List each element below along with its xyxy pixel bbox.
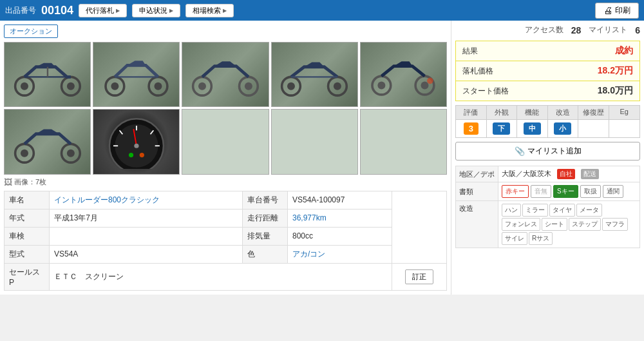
image-empty-2 — [271, 109, 358, 174]
bike-image-1[interactable] — [4, 42, 91, 107]
printer-icon: 🖨 — [603, 5, 612, 15]
location-text: 大阪／大阪茨木 — [502, 170, 551, 177]
grade-header-shufuku: 修復歴 — [578, 106, 609, 119]
print-btn[interactable]: 🖨 印刷 — [595, 3, 639, 19]
image-grid-row1 — [4, 42, 447, 107]
correction-btn[interactable]: 訂正 — [405, 269, 433, 284]
image-empty-1 — [182, 109, 269, 174]
katashiki-row: 型式 VS54A 色 アカ/コン — [5, 245, 447, 263]
grade-chuu-badge: 中 — [524, 122, 541, 135]
tag-tsukan: 通関 — [603, 185, 623, 198]
svg-point-2 — [21, 83, 28, 90]
jisha-badge: 自社 — [557, 169, 575, 179]
shorui-tags: 赤キー 音無 Sキー 取扱 通関 — [502, 185, 636, 198]
tag-aka-key: 赤キー — [502, 185, 529, 198]
kaizo-silencer: サイレ — [502, 232, 527, 245]
grade-shufuku-val — [578, 120, 609, 137]
shorui-label: 書類 — [456, 182, 498, 201]
rakusatsu-label: 落札価格 — [462, 66, 493, 77]
shaken-label: 車検 — [5, 227, 50, 245]
shaname-label: 車名 — [5, 191, 50, 209]
svg-point-20 — [428, 77, 434, 84]
mylist-label: マイリスト — [589, 24, 627, 35]
grade-kaizo-val: 小 — [548, 120, 579, 137]
katashiki-label: 型式 — [5, 245, 50, 263]
kaizo-mirror: ミラー — [522, 204, 548, 217]
left-panel: オークション — [0, 21, 451, 295]
location-label: 地区／デポ — [456, 166, 498, 182]
grade-header-kino: 機能 — [517, 106, 548, 119]
sales-value: ＥＴＣ スクリーン — [50, 263, 392, 290]
svg-point-14 — [287, 83, 295, 90]
grade-eg-val — [609, 120, 640, 137]
grade-gaikan: 下 — [487, 120, 518, 137]
bike-image-4[interactable] — [271, 42, 358, 107]
daiko-rakusatsu-btn[interactable]: 代行落札 — [79, 4, 127, 17]
grade-header-kaizo: 改造 — [548, 106, 579, 119]
sales-row: セールスP ＥＴＣ スクリーン 訂正 — [5, 263, 447, 290]
location-row: 地区／デポ 大阪／大阪茨木 自社 配送 — [456, 166, 640, 182]
mylist-count: 6 — [635, 25, 640, 35]
nenshiki-label: 年式 — [5, 209, 50, 227]
access-row: アクセス数 28 マイリスト 6 — [455, 24, 640, 35]
grade-sho-badge: 小 — [554, 122, 571, 135]
haitatsu-badge: 配送 — [581, 169, 599, 179]
access-count: 28 — [571, 25, 582, 35]
kaizo-step: ステップ — [569, 218, 601, 231]
rakusatsu-value: 18.2万円 — [598, 65, 633, 77]
shorui-tags-cell: 赤キー 音無 Sキー 取扱 通関 — [498, 182, 640, 201]
mylist-add-btn[interactable]: 📎 マイリスト追加 — [455, 142, 640, 161]
tag-toriatsukai: 取扱 — [580, 185, 601, 198]
svg-point-15 — [334, 83, 341, 90]
auction-badge: オークション — [4, 24, 58, 38]
kaizo-label: 改造 — [456, 201, 498, 248]
right-panel: アクセス数 28 マイリスト 6 結果 成約 落札価格 18.2万円 スタート価… — [451, 21, 644, 295]
access-label: アクセス数 — [525, 24, 564, 35]
image-empty-3 — [360, 109, 447, 174]
moshikomi-status-btn[interactable]: 申込状況 — [132, 4, 180, 17]
result-label: 結果 — [462, 46, 478, 57]
svg-point-10 — [198, 83, 206, 90]
grades-header: 評価 外観 機能 改造 修復歴 Eg — [455, 105, 640, 119]
result-row: 結果 成約 — [456, 41, 639, 61]
katashiki-value: VS54A — [50, 245, 243, 263]
sales-label: セールスP — [5, 263, 50, 290]
bike-image-6[interactable] — [4, 109, 91, 174]
kaizo-fonress: フォンレス — [502, 218, 540, 231]
paperclip-icon: 📎 — [515, 146, 525, 156]
print-label: 印刷 — [615, 5, 630, 16]
grade-3-badge: 3 — [464, 122, 478, 135]
result-box: 結果 成約 落札価格 18.2万円 スタート価格 18.0万円 — [455, 41, 640, 101]
bike-image-5[interactable] — [360, 42, 447, 107]
grade-header-hyoka: 評価 — [456, 106, 487, 119]
grades-values: 3 下 中 小 — [455, 119, 640, 138]
kaizo-meter: メータ — [576, 204, 602, 217]
shaname-value: イントルーダー800クラシック — [50, 191, 243, 209]
mylist-btn-label: マイリスト追加 — [527, 146, 582, 157]
hairyou-label: 排気量 — [242, 227, 287, 245]
svg-point-23 — [21, 150, 28, 157]
detail-table: 車名 イントルーダー800クラシック 車台番号 VS54A-100097 年式 … — [4, 191, 447, 291]
image-icon: 🖼 — [4, 177, 12, 187]
kaizo-tire: タイヤ — [549, 204, 575, 217]
souba-kensaku-btn[interactable]: 相場検索 — [185, 4, 234, 17]
result-value: 成約 — [615, 45, 633, 57]
kaizo-muffler: マフラ — [602, 218, 628, 231]
grade-shita-badge: 下 — [493, 122, 510, 135]
grade-kino: 中 — [517, 120, 548, 137]
main-container: オークション — [0, 21, 644, 295]
svg-point-19 — [421, 81, 429, 89]
bike-image-3[interactable] — [182, 42, 269, 107]
kaizo-tags-cell: ハン ミラー タイヤ メータ フォンレス シート ステップ マフラ サイレ Rサ… — [498, 201, 640, 248]
grade-hyoka: 3 — [456, 120, 487, 137]
svg-point-3 — [67, 83, 75, 90]
chassis-label: 車台番号 — [242, 191, 287, 209]
gauge-image[interactable] — [93, 109, 180, 174]
bike-image-2[interactable] — [93, 42, 180, 107]
svg-point-34 — [129, 153, 133, 157]
grade-header-eg: Eg — [609, 106, 640, 119]
nenshiki-row: 年式 平成13年7月 走行距離 36,977km — [5, 209, 447, 227]
kaizo-row: 改造 ハン ミラー タイヤ メータ フォンレス シート ステップ マフラ サイレ… — [456, 201, 640, 248]
rakusatsu-row: 落札価格 18.2万円 — [456, 61, 639, 81]
mileage-value: 36,977km — [287, 209, 392, 227]
